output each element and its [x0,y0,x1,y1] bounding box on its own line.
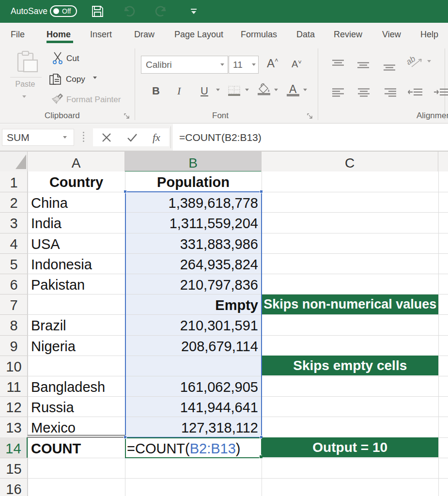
svg-text:ab: ab [404,54,417,66]
